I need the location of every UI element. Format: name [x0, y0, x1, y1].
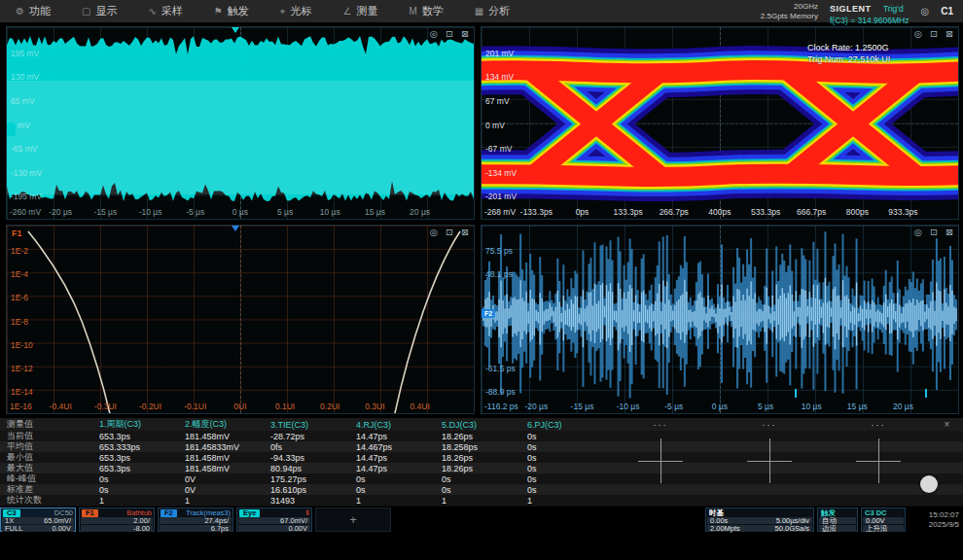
menu-item-acquire[interactable]: ∿采样 [132, 0, 197, 22]
expand-icon[interactable]: ⊡ [446, 29, 453, 39]
channel-descriptor-eye[interactable]: EyeⅡ67.0mV/0.00V [236, 508, 312, 532]
y-tick-label: -195 mV [11, 192, 42, 201]
snapshot-icon[interactable]: ◎ [914, 228, 922, 237]
trigger-position-marker[interactable] [232, 27, 239, 33]
add-measurement-button[interactable] [856, 438, 901, 483]
table-cell: 18.258ps [435, 442, 520, 452]
table-row: 最大值653.3ps181.458mV80.94ps14.47ps18.26ps… [0, 463, 963, 473]
y-tick-label: 134 mV [485, 72, 514, 82]
trigger-descriptor[interactable]: 触发 自动 边沿 [817, 508, 858, 532]
table-row: 峰-峰值0s0V175.27ps0s0s0s [0, 473, 963, 484]
eye-diagram-panel[interactable]: Clock Rate: 1.2500G Trig Num: 27,510k UI… [481, 26, 959, 220]
status-circle-icon[interactable]: ◎ [920, 6, 929, 17]
table-extra-column-header[interactable]: ··· [824, 420, 933, 430]
clear-icon[interactable]: ⊠ [461, 228, 469, 237]
menu-item-math[interactable]: Μ数学 [393, 0, 458, 22]
menu-item-analysis[interactable]: ▦分析 [459, 0, 525, 22]
menu-item-function[interactable]: ⚙功能 [0, 0, 66, 22]
trigger-slope: 上升沿 [866, 525, 888, 532]
analysis-icon: ▦ [475, 6, 483, 17]
corner-axis-label: -260 mV [10, 207, 41, 217]
y-tick-label: 1E-4 [11, 269, 28, 279]
add-trace-button[interactable]: + [315, 508, 391, 532]
menu-item-cursor[interactable]: ⌖光标 [265, 0, 328, 22]
snapshot-icon[interactable]: ◎ [430, 228, 438, 237]
tie-track-waveform [482, 226, 958, 413]
table-cell: 0s [520, 453, 606, 463]
x-tick-label: 400ps [708, 207, 731, 217]
table-cell: 16.610ps [264, 485, 349, 495]
x-tick-label: 666.7ps [797, 207, 826, 217]
tie-track-panel[interactable]: F2 ◎⊡⊠-20 µs-15 µs-10 µs-5 µs0 µs5 µs10 … [481, 225, 959, 414]
table-column-header[interactable]: 3.TIE(C3) [264, 420, 349, 430]
clear-icon[interactable]: ⊠ [461, 29, 469, 39]
x-tick-label: -10 µs [617, 402, 640, 411]
channel-descriptor-f1[interactable]: F1Bathtub2.00/-8.00 [79, 508, 155, 532]
table-cell: 1 [520, 496, 606, 506]
snapshot-icon[interactable]: ◎ [430, 29, 438, 39]
table-column-header[interactable]: 1.周期(C3) [92, 418, 178, 431]
menu-item-label: 采样 [161, 4, 183, 18]
y-tick-label: 130 mV [11, 72, 39, 82]
bathtub-curve [7, 226, 474, 413]
menu-item-measure[interactable]: ∠测量 [327, 0, 393, 22]
table-cell: 0s [349, 485, 435, 495]
cursor-tick[interactable] [925, 389, 927, 398]
channel-offset-marker[interactable] [7, 122, 16, 136]
channel-descriptor-f2[interactable]: F2Track(meas3)27.4ps/6.7ps [158, 508, 233, 532]
table-close-button[interactable]: × [933, 419, 961, 430]
add-measurement-button[interactable] [638, 438, 683, 483]
menu-item-label: 测量 [356, 4, 377, 18]
panel-toolbar: ◎⊡⊠ [430, 29, 469, 39]
menu-item-display[interactable]: ▢显示 [66, 0, 132, 22]
x-tick-label: -5 µs [664, 402, 683, 411]
table-cell: 0V [178, 485, 264, 495]
x-tick-label: 15 µs [847, 402, 868, 411]
clock-rate-label: Clock Rate: 1.2500G [807, 42, 890, 53]
active-channel-indicator[interactable]: C1 [941, 6, 953, 17]
expand-icon[interactable]: ⊡ [930, 228, 938, 237]
table-cell: 80.94ps [264, 464, 349, 473]
table-cell: 18.26ps [435, 453, 520, 463]
table-column-header[interactable]: 4.RJ(C3) [349, 420, 435, 430]
clear-icon[interactable]: ⊠ [945, 228, 953, 237]
x-tick-label: 800ps [846, 207, 869, 217]
table-column-header[interactable]: 5.DJ(C3) [435, 420, 520, 430]
table-column-header[interactable]: 6.PJ(C3) [520, 420, 606, 430]
add-measurement-button[interactable] [747, 438, 792, 483]
x-tick-label: -15 µs [571, 402, 594, 411]
table-cell: 653.3ps [92, 453, 178, 463]
channel-waveform [7, 27, 474, 219]
bandwidth-label: 20GHz [761, 2, 818, 12]
menu-item-label: 触发 [228, 4, 249, 18]
table-row: 最小值653.3ps181.458mV-94.33ps14.47ps18.26p… [0, 452, 963, 463]
floating-nav-button[interactable] [920, 475, 938, 493]
x-tick-label: 20 µs [410, 207, 430, 217]
channel-chip: F1 [82, 509, 98, 517]
cursor-tick[interactable] [795, 389, 797, 398]
bathtub-curve-panel[interactable]: F1 ◎⊡⊠-0.4UI-0.3UI-0.2UI-0.1UI0UI0.1UI0.… [6, 225, 475, 414]
eye-annotation: Clock Rate: 1.2500G Trig Num: 27,510k UI [807, 42, 890, 65]
corner-axis-label: 1E-16 [10, 402, 32, 411]
table-extra-column-header[interactable]: ··· [715, 420, 824, 430]
channel-waveform-panel[interactable]: ◎⊡⊠-20 µs-15 µs-10 µs-5 µs0 µs5 µs10 µs1… [6, 26, 475, 220]
timebase-descriptor[interactable]: 时基 0.00s 5.00µs/div 2.00Mpts 50.0GSa/s [705, 508, 814, 532]
table-column-header[interactable]: 2.幅度(C3) [178, 418, 264, 431]
menu-item-trigger[interactable]: ⚑触发 [198, 0, 265, 22]
y-tick-label: 75.5 ps [485, 246, 513, 256]
clear-icon[interactable]: ⊠ [945, 29, 953, 39]
x-tick-label: -0.2UI [139, 402, 161, 411]
expand-icon[interactable]: ⊡ [446, 228, 453, 237]
channel-descriptor-c3[interactable]: C3DC501X65.0mV/FULL0.00V [0, 508, 76, 532]
trig-num-label: Trig Num: 27,510k UI [807, 53, 890, 65]
trigger-position-marker[interactable] [232, 226, 239, 231]
expand-icon[interactable]: ⊡ [930, 29, 938, 39]
x-tick-label: 133.3ps [614, 207, 643, 217]
trace-position-marker-f2[interactable]: F2 [482, 309, 495, 318]
channel-scale: 67.0mV/ [280, 517, 307, 524]
trigger-source-descriptor[interactable]: C3 DC 0.00V 上升沿 [861, 508, 906, 532]
table-cell: -28.72ps [264, 432, 349, 441]
memory-label: 2.5Gpts Memory [761, 12, 818, 21]
table-extra-column-header[interactable]: ··· [606, 420, 715, 430]
snapshot-icon[interactable]: ◎ [914, 29, 922, 39]
